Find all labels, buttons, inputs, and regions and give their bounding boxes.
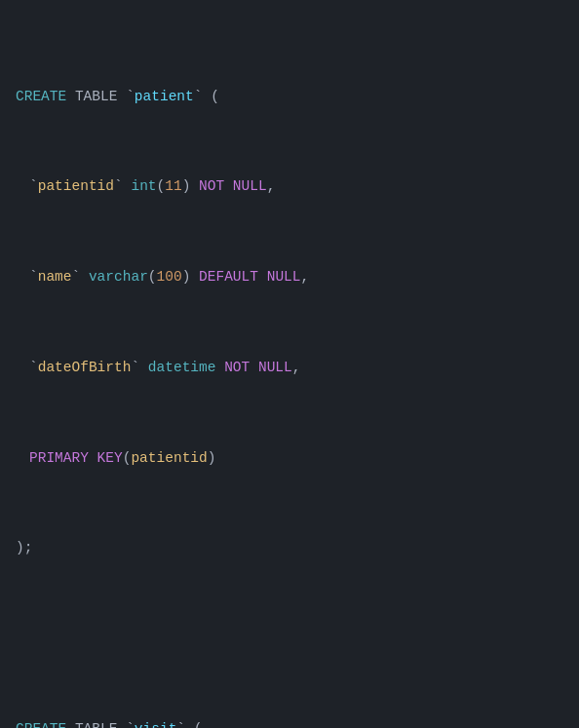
line-7: CREATE TABLE `visit` ( [16, 718, 563, 728]
line-4: `dateOfBirth` datetime NOT NULL, [16, 357, 563, 379]
line-5: PRIMARY KEY(patientid) [16, 447, 563, 470]
line-1: CREATE TABLE `patient` ( [16, 86, 563, 108]
line-2: `patientid` int(11) NOT NULL, [16, 175, 563, 198]
line-blank-1 [16, 628, 563, 650]
code-editor: CREATE TABLE `patient` ( `patientid` int… [0, 0, 579, 728]
line-6: ); [16, 537, 563, 559]
line-3: `name` varchar(100) DEFAULT NULL, [16, 266, 563, 288]
